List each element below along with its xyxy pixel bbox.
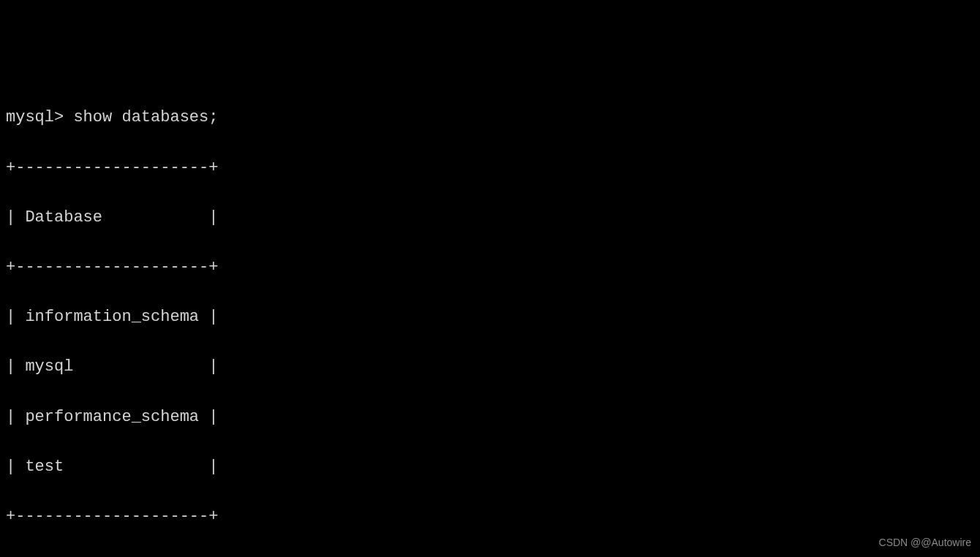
table-border-mid: +--------------------+ xyxy=(6,255,974,280)
table-border-bottom: +--------------------+ xyxy=(6,504,974,529)
command-line-1: mysql> show databases; xyxy=(6,105,974,130)
command: show databases; xyxy=(73,108,218,126)
table-row: | test | xyxy=(6,455,974,480)
table-row: | performance_schema | xyxy=(6,405,974,430)
table-header: | Database | xyxy=(6,205,974,230)
result-footer: 4 rows in set (0.01 sec) xyxy=(6,554,974,557)
prompt: mysql> xyxy=(6,108,73,126)
table-row: | information_schema | xyxy=(6,305,974,330)
table-border-top: +--------------------+ xyxy=(6,156,974,181)
table-row: | mysql | xyxy=(6,355,974,379)
watermark: CSDN @@Autowire xyxy=(879,535,971,551)
